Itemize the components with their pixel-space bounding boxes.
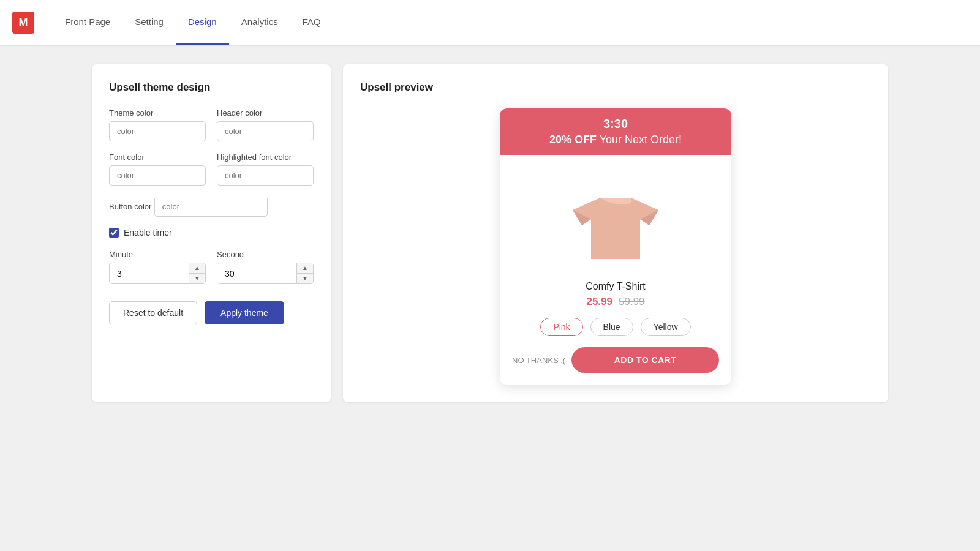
action-row: NO THANKS :( ADD TO CART: [512, 347, 719, 373]
price-row: 25.99 59.99: [512, 296, 719, 308]
logo-text: M: [19, 17, 28, 29]
upsell-timer: 3:30: [512, 117, 719, 131]
theme-color-label: Theme color: [109, 108, 206, 118]
theme-color-group: Theme color: [109, 108, 206, 141]
timer-row: Minute 3 ▲ ▼ Second 30 ▲ ▼: [109, 250, 314, 284]
highlighted-font-color-input[interactable]: [217, 165, 314, 186]
variant-pink[interactable]: Pink: [540, 318, 582, 336]
upsell-discount: 20% OFF Your Next Order!: [512, 133, 719, 146]
font-color-group: Font color: [109, 152, 206, 186]
variant-row: Pink Blue Yellow: [512, 318, 719, 336]
minute-group: Minute 3 ▲ ▼: [109, 250, 206, 284]
second-down-btn[interactable]: ▼: [297, 274, 313, 283]
variant-blue[interactable]: Blue: [590, 318, 633, 336]
sale-price: 25.99: [586, 296, 612, 308]
no-thanks-button[interactable]: NO THANKS :(: [512, 356, 565, 365]
minute-up-btn[interactable]: ▲: [189, 263, 205, 274]
upsell-header: 3:30 20% OFF Your Next Order!: [500, 108, 731, 155]
minute-spinner: 3 ▲ ▼: [109, 263, 206, 284]
upsell-card: 3:30 20% OFF Your Next Order!: [500, 108, 731, 385]
topbar: M Front Page Setting Design Analytics FA…: [0, 0, 980, 46]
second-label: Second: [217, 250, 314, 259]
button-color-label: Button color: [109, 202, 151, 211]
add-to-cart-button[interactable]: ADD TO CART: [571, 347, 719, 373]
design-panel-title: Upsell theme design: [109, 81, 314, 94]
original-price: 59.99: [619, 296, 645, 308]
second-up-btn[interactable]: ▲: [297, 263, 313, 274]
header-color-label: Header color: [217, 108, 314, 118]
apply-theme-button[interactable]: Apply theme: [205, 301, 284, 324]
discount-rest: Your Next Order!: [597, 133, 682, 146]
preview-panel-title: Upsell preview: [360, 81, 871, 94]
font-color-input[interactable]: [109, 165, 206, 186]
color-row-1: Theme color Header color: [109, 108, 314, 141]
button-color-group: Button color: [109, 197, 314, 217]
product-image-container: [564, 167, 668, 271]
nav-tabs: Front Page Setting Design Analytics FAQ: [53, 0, 333, 45]
upsell-body: Comfy T-Shirt 25.99 59.99 Pink Blue Yell…: [500, 155, 731, 385]
header-color-input[interactable]: [217, 121, 314, 141]
second-input[interactable]: 30: [217, 263, 296, 283]
main-content: Upsell theme design Theme color Header c…: [0, 46, 980, 421]
enable-timer-checkbox[interactable]: [109, 228, 119, 238]
theme-color-input[interactable]: [109, 121, 206, 141]
enable-timer-row: Enable timer: [109, 228, 314, 238]
variant-yellow[interactable]: Yellow: [641, 318, 691, 336]
preview-panel: Upsell preview 3:30 20% OFF Your Next Or…: [343, 64, 888, 402]
second-spinner: 30 ▲ ▼: [217, 263, 314, 284]
app-logo: M: [12, 12, 34, 34]
header-color-group: Header color: [217, 108, 314, 141]
product-name: Comfy T-Shirt: [512, 281, 719, 292]
action-buttons: Reset to default Apply theme: [109, 301, 314, 324]
font-color-label: Font color: [109, 152, 206, 162]
minute-label: Minute: [109, 250, 206, 259]
color-row-2: Font color Highlighted font color: [109, 152, 314, 186]
second-group: Second 30 ▲ ▼: [217, 250, 314, 284]
minute-input[interactable]: 3: [110, 263, 189, 283]
design-panel: Upsell theme design Theme color Header c…: [92, 64, 331, 402]
reset-button[interactable]: Reset to default: [109, 301, 197, 324]
enable-timer-label: Enable timer: [124, 228, 172, 238]
second-spinner-btns: ▲ ▼: [296, 263, 313, 283]
highlighted-font-color-group: Highlighted font color: [217, 152, 314, 186]
tab-setting[interactable]: Setting: [123, 0, 176, 45]
minute-spinner-btns: ▲ ▼: [189, 263, 205, 283]
tab-design[interactable]: Design: [176, 0, 229, 45]
button-color-input[interactable]: [154, 197, 268, 217]
discount-bold: 20% OFF: [549, 133, 597, 146]
tab-front-page[interactable]: Front Page: [53, 0, 123, 45]
tab-faq[interactable]: FAQ: [290, 0, 333, 45]
product-tshirt-svg: [567, 170, 665, 268]
tab-analytics[interactable]: Analytics: [229, 0, 290, 45]
highlighted-font-color-label: Highlighted font color: [217, 152, 314, 162]
minute-down-btn[interactable]: ▼: [189, 274, 205, 283]
